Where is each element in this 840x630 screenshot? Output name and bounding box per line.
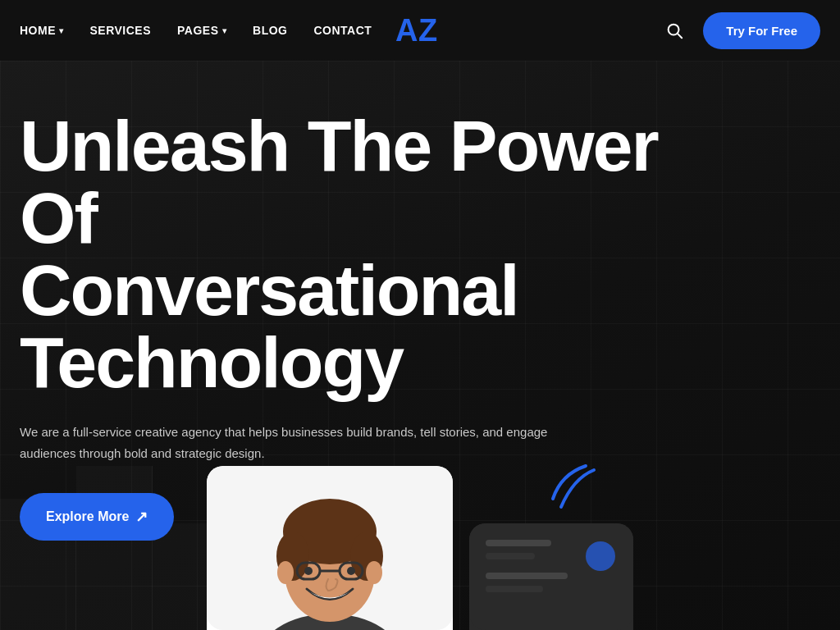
person-illustration <box>207 466 453 630</box>
hero-heading-line2: Conversational <box>20 249 518 331</box>
person-card <box>207 466 453 630</box>
navbar: HOME ▾ SERVICES PAGES ▾ BLOG CONTACT A Z <box>0 0 840 61</box>
explore-btn-label: Explore More <box>46 509 129 524</box>
nav-item-pages[interactable]: PAGES ▾ <box>177 24 226 37</box>
svg-point-23 <box>586 541 615 571</box>
arrow-icon: ↗ <box>135 508 148 526</box>
nav-item-home[interactable]: HOME ▾ <box>20 24 64 37</box>
hero-heading-line1: Unleash The Power Of <box>20 105 658 258</box>
chevron-down-icon: ▾ <box>222 26 227 35</box>
hero-heading: Unleash The Power Of Conversational Tech… <box>20 110 742 399</box>
svg-rect-19 <box>486 540 551 546</box>
phone-illustration <box>469 523 633 630</box>
chevron-down-icon: ▾ <box>59 26 64 35</box>
nav-item-services[interactable]: SERVICES <box>90 24 152 37</box>
nav-blog-label: BLOG <box>253 24 287 37</box>
nav-contact-label: CONTACT <box>313 24 372 37</box>
svg-point-12 <box>366 561 382 584</box>
svg-rect-20 <box>486 553 535 559</box>
svg-rect-22 <box>486 586 543 592</box>
nav-pages-label: PAGES <box>177 24 218 37</box>
nav-services-label: SERVICES <box>90 24 152 37</box>
hero-heading-line3: Technology <box>20 322 403 403</box>
svg-point-16 <box>304 567 313 575</box>
site-logo[interactable]: A Z <box>395 11 445 50</box>
nav-item-contact[interactable]: CONTACT <box>313 24 372 37</box>
search-button[interactable] <box>662 18 687 43</box>
nav-right: Try For Free <box>662 12 820 49</box>
nav-left: HOME ▾ SERVICES PAGES ▾ BLOG CONTACT <box>20 24 372 37</box>
hero-section: Unleash The Power Of Conversational Tech… <box>0 61 840 630</box>
nav-item-blog[interactable]: BLOG <box>253 24 287 37</box>
try-for-free-button[interactable]: Try For Free <box>703 12 820 49</box>
svg-text:Z: Z <box>418 13 437 44</box>
svg-point-17 <box>347 567 355 575</box>
hero-subtext: We are a full-service creative agency th… <box>20 422 561 463</box>
svg-line-3 <box>678 34 682 38</box>
hero-bottom-visuals <box>0 466 840 630</box>
svg-point-11 <box>277 561 294 584</box>
svg-rect-21 <box>486 573 568 579</box>
search-icon <box>665 21 683 39</box>
explore-more-button[interactable]: Explore More ↗ <box>20 493 174 541</box>
svg-text:A: A <box>395 13 418 44</box>
deco-lines-svg <box>536 450 602 515</box>
nav-home-label: HOME <box>20 24 56 37</box>
phone-card <box>469 523 633 630</box>
